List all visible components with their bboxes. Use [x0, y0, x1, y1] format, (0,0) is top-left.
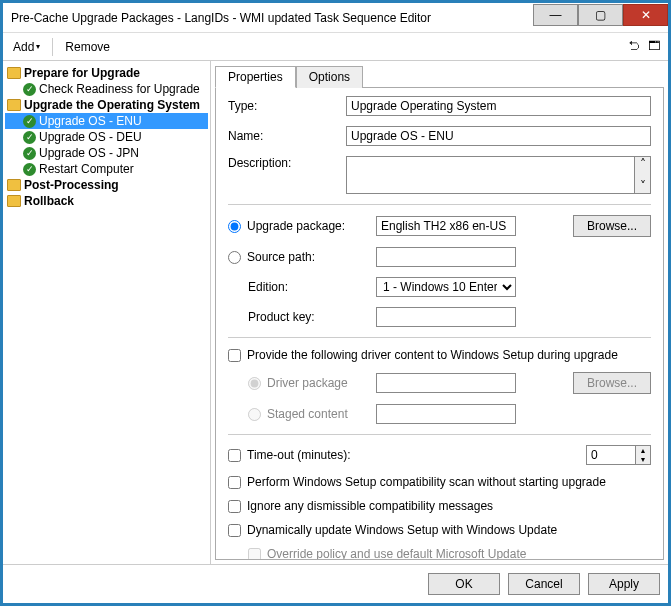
upgrade-package-radio[interactable]: Upgrade package: [228, 219, 368, 233]
override-policy-checkbox: Override policy and use default Microsof… [228, 547, 651, 560]
radio-icon[interactable] [228, 220, 241, 233]
dialog-buttons: OK Cancel Apply [3, 564, 668, 603]
description-label: Description: [228, 156, 338, 170]
product-key-label: Product key: [228, 310, 368, 324]
browse-driver-package-button[interactable]: Browse... [573, 372, 651, 394]
divider [228, 337, 651, 338]
spin-down-icon[interactable]: ▼ [636, 455, 650, 464]
cancel-button[interactable]: Cancel [508, 573, 580, 595]
go-to-icon[interactable]: ⮌ [628, 39, 644, 55]
source-path-radio[interactable]: Source path: [228, 250, 368, 264]
name-field[interactable] [346, 126, 651, 146]
description-field[interactable] [346, 156, 635, 194]
add-menu-button[interactable]: Add▾ [7, 38, 46, 56]
tab-options[interactable]: Options [296, 66, 363, 88]
tree-item-upgrade-enu[interactable]: ✓Upgrade OS - ENU [5, 113, 208, 129]
type-label: Type: [228, 99, 338, 113]
task-sequence-editor-window: Pre-Cache Upgrade Packages - LangIDs - W… [2, 2, 669, 604]
close-button[interactable]: ✕ [623, 4, 668, 26]
scrollbar[interactable]: ˄˅ [635, 156, 651, 194]
divider [228, 434, 651, 435]
browse-upgrade-package-button[interactable]: Browse... [573, 215, 651, 237]
check-icon: ✓ [23, 115, 36, 128]
edition-select[interactable]: 1 - Windows 10 Enterprise [376, 277, 516, 297]
edition-label: Edition: [228, 280, 368, 294]
tree-group-prepare[interactable]: Prepare for Upgrade [5, 65, 208, 81]
check-icon: ✓ [23, 131, 36, 144]
tree-item-upgrade-deu[interactable]: ✓Upgrade OS - DEU [5, 129, 208, 145]
find-icon[interactable]: 🗔 [648, 39, 664, 55]
checkbox-icon[interactable] [228, 524, 241, 537]
window-title: Pre-Cache Upgrade Packages - LangIDs - W… [11, 11, 533, 25]
name-label: Name: [228, 129, 338, 143]
upgrade-package-field [376, 216, 516, 236]
timeout-spinner[interactable]: ▲▼ [586, 445, 651, 465]
spin-up-icon[interactable]: ▲ [636, 446, 650, 455]
properties-tab-content: Type: Name: Description: ˄˅ Upgrade p [215, 88, 664, 560]
staged-content-field [376, 404, 516, 424]
titlebar: Pre-Cache Upgrade Packages - LangIDs - W… [3, 3, 668, 33]
tree-item-restart[interactable]: ✓Restart Computer [5, 161, 208, 177]
checkbox-icon[interactable] [228, 500, 241, 513]
checkbox-icon [248, 548, 261, 561]
tree-group-rollback[interactable]: Rollback [5, 193, 208, 209]
tree-item-readiness[interactable]: ✓Check Readiness for Upgrade [5, 81, 208, 97]
folder-icon [7, 67, 21, 79]
driver-package-field [376, 373, 516, 393]
product-key-field[interactable] [376, 307, 516, 327]
tree-item-upgrade-jpn[interactable]: ✓Upgrade OS - JPN [5, 145, 208, 161]
timeout-checkbox[interactable]: Time-out (minutes): [228, 448, 578, 462]
check-icon: ✓ [23, 163, 36, 176]
ok-button[interactable]: OK [428, 573, 500, 595]
maximize-button[interactable]: ▢ [578, 4, 623, 26]
folder-icon [7, 179, 21, 191]
task-tree[interactable]: Prepare for Upgrade ✓Check Readiness for… [3, 61, 211, 564]
check-icon: ✓ [23, 83, 36, 96]
driver-content-checkbox[interactable]: Provide the following driver content to … [228, 348, 651, 362]
tree-group-upgrade-os[interactable]: Upgrade the Operating System [5, 97, 208, 113]
ignore-compat-checkbox[interactable]: Ignore any dismissible compatibility mes… [228, 499, 651, 513]
checkbox-icon[interactable] [228, 449, 241, 462]
type-field [346, 96, 651, 116]
remove-button[interactable]: Remove [59, 38, 116, 56]
separator [52, 38, 53, 56]
tab-strip: Properties Options [215, 65, 664, 88]
dynamic-update-checkbox[interactable]: Dynamically update Windows Setup with Wi… [228, 523, 651, 537]
staged-content-radio: Staged content [228, 407, 368, 421]
folder-icon [7, 195, 21, 207]
folder-icon [7, 99, 21, 111]
radio-icon [248, 408, 261, 421]
radio-icon [248, 377, 261, 390]
source-path-field[interactable] [376, 247, 516, 267]
apply-button[interactable]: Apply [588, 573, 660, 595]
divider [228, 204, 651, 205]
toolbar: Add▾ Remove ⮌ 🗔 [3, 33, 668, 61]
radio-icon[interactable] [228, 251, 241, 264]
body: Prepare for Upgrade ✓Check Readiness for… [3, 61, 668, 564]
checkbox-icon[interactable] [228, 349, 241, 362]
checkbox-icon[interactable] [228, 476, 241, 489]
tab-properties[interactable]: Properties [215, 66, 296, 88]
window-controls: — ▢ ✕ [533, 9, 668, 26]
check-icon: ✓ [23, 147, 36, 160]
timeout-value[interactable] [586, 445, 636, 465]
properties-pane: Properties Options Type: Name: Descripti… [211, 61, 668, 564]
compat-scan-checkbox[interactable]: Perform Windows Setup compatibility scan… [228, 475, 651, 489]
driver-package-radio: Driver package [228, 376, 368, 390]
minimize-button[interactable]: — [533, 4, 578, 26]
tree-group-post[interactable]: Post-Processing [5, 177, 208, 193]
